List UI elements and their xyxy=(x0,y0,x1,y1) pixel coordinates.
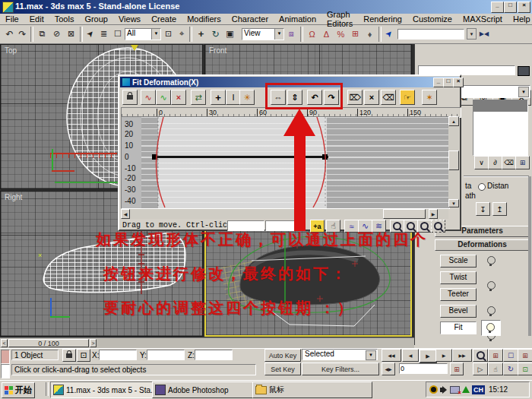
angle-snap-button[interactable]: Δ xyxy=(319,30,334,39)
go-to-start-button[interactable]: ◀◀ xyxy=(382,349,401,362)
delete-control-point-button[interactable]: ⌦ xyxy=(347,90,363,105)
unlink-selection-button[interactable]: ⊘ xyxy=(49,29,64,39)
time-slider-thumb[interactable]: 0 / 100 xyxy=(8,339,89,347)
panel-scrollbar[interactable] xyxy=(528,176,531,336)
fit-enable-lightbulb-icon[interactable] xyxy=(486,323,495,331)
taskbar-item-max[interactable]: 11.max - 3ds max 5 - Sta... xyxy=(50,382,155,398)
zoom-viewport-button[interactable] xyxy=(473,349,488,362)
viewport-top-label[interactable]: Top xyxy=(5,46,17,55)
prev-shape-button[interactable]: ↧ xyxy=(476,202,490,216)
delete-curve-button[interactable]: ⌫ xyxy=(381,90,396,105)
dialog-minimize-button[interactable]: _ xyxy=(433,78,444,87)
key-mode-toggle-button[interactable]: ◀▶ xyxy=(382,363,395,375)
select-by-name-button[interactable]: ≣ xyxy=(97,29,111,39)
scroll-up-icon[interactable]: ▲ xyxy=(448,116,459,126)
menu-create[interactable]: Create xyxy=(146,14,182,24)
make-symmetrical-button[interactable] xyxy=(122,90,138,105)
update-tray-icon[interactable] xyxy=(462,386,470,393)
twist-enable-lightbulb-icon[interactable] xyxy=(487,281,496,290)
x-coordinate-field[interactable] xyxy=(99,350,137,360)
media-tray-icon[interactable] xyxy=(429,385,438,394)
time-slider-track[interactable]: < 0 / 100 > xyxy=(0,337,414,348)
zoom-region-button[interactable] xyxy=(431,220,445,233)
spinner-snap-button[interactable]: ⊞ xyxy=(348,29,363,39)
menu-group[interactable]: Group xyxy=(79,14,113,24)
show-end-result-button[interactable]: ∂ xyxy=(488,156,502,169)
absolute-offset-toggle[interactable]: ⊡ xyxy=(77,349,90,362)
key-filters-button[interactable]: Key Filters... xyxy=(302,363,379,375)
abc-cursor-button[interactable]: ➤ xyxy=(382,26,397,42)
remove-modifier-button[interactable]: ⌫ xyxy=(502,156,516,169)
set-key-button[interactable]: Set Key xyxy=(264,363,301,375)
viewport-front-label[interactable]: Front xyxy=(209,46,226,55)
get-shape-button[interactable]: ☞ xyxy=(400,90,415,105)
stack-settings-button[interactable]: ⊞ xyxy=(515,156,530,169)
field-of-view-button[interactable]: ▷ xyxy=(473,363,488,375)
object-color-swatch[interactable] xyxy=(518,66,530,76)
arc-rotate-button[interactable]: ↻ xyxy=(503,363,518,375)
network-tray-icon[interactable]: × xyxy=(450,386,460,394)
scroll-left-icon[interactable]: ◀ xyxy=(121,209,130,219)
zoom-extents-all-button[interactable]: ⊞ xyxy=(518,349,532,362)
chevron-down-icon[interactable]: ▼ xyxy=(366,350,376,360)
menu-character[interactable]: Character xyxy=(226,14,274,24)
chevron-down-icon[interactable]: ▼ xyxy=(518,87,529,97)
auto-key-button[interactable]: Auto Key xyxy=(264,349,301,362)
scale-button[interactable]: ▣ xyxy=(223,29,237,39)
pin-stack-button[interactable]: ∨ xyxy=(474,156,489,169)
dialog-maximize-button[interactable]: □ xyxy=(443,78,454,87)
move-control-point-button[interactable]: + xyxy=(211,90,226,105)
named-selection-dropdown[interactable] xyxy=(397,29,464,40)
mirror-button[interactable]: ▶◀ xyxy=(477,30,492,37)
bind-to-spacewarp-button[interactable]: ⊠ xyxy=(64,29,78,39)
close-button[interactable]: × xyxy=(518,2,530,13)
menu-tools[interactable]: Tools xyxy=(49,14,80,24)
maximize-button[interactable]: □ xyxy=(504,2,517,13)
menu-help[interactable]: Help xyxy=(508,14,532,24)
time-configuration-button[interactable]: ⊞ xyxy=(450,363,464,375)
move-button[interactable]: + xyxy=(194,28,208,40)
chevron-down-icon[interactable]: ▼ xyxy=(274,29,283,40)
viewport-right-label[interactable]: Right xyxy=(5,193,22,201)
prev-frame-button[interactable]: < xyxy=(1,339,8,347)
key-mode-dropdown[interactable]: Selected ▼ xyxy=(302,349,378,360)
go-to-end-button[interactable]: ▶▶ xyxy=(452,349,472,362)
bevel-deform-button[interactable]: Bevel xyxy=(440,305,477,318)
chevron-down-icon[interactable]: ▼ xyxy=(151,29,160,40)
scale-control-point-button[interactable]: Ι xyxy=(226,90,241,105)
reset-curve-button[interactable]: × xyxy=(364,90,379,105)
undo-button[interactable]: ↶ xyxy=(3,29,16,40)
next-shape-button[interactable]: ↥ xyxy=(492,202,507,216)
minimize-button[interactable]: _ xyxy=(491,2,504,13)
coord-system-dropdown[interactable]: View▼ xyxy=(242,28,284,40)
display-x-axis-button[interactable]: ∿ xyxy=(141,90,156,105)
menu-edit[interactable]: Edit xyxy=(24,14,49,24)
twist-deform-button[interactable]: Twist xyxy=(440,271,477,284)
language-indicator[interactable]: CH xyxy=(472,385,485,394)
current-frame-field[interactable] xyxy=(399,363,448,374)
graph-vscrollbar[interactable]: ▲ ▼ xyxy=(448,116,459,207)
previous-frame-button[interactable]: ◀ xyxy=(402,349,419,362)
scroll-down-icon[interactable]: ▼ xyxy=(448,199,459,207)
distance-radio[interactable] xyxy=(478,183,486,191)
teeter-enable-lightbulb-icon[interactable] xyxy=(487,306,496,315)
display-y-axis-button[interactable]: ∿ xyxy=(156,90,171,105)
render-shortcut-button[interactable]: ♦ xyxy=(363,30,377,39)
modifier-stack-selected-row[interactable] xyxy=(473,100,527,112)
menu-animation[interactable]: Animation xyxy=(274,14,321,24)
menu-maxscript[interactable]: MAXScript xyxy=(458,14,508,24)
redo-button[interactable]: ↷ xyxy=(16,29,29,40)
next-frame-button[interactable]: > xyxy=(90,339,97,347)
selection-lock-button[interactable] xyxy=(62,349,76,362)
scale-enable-lightbulb-icon[interactable] xyxy=(487,256,496,264)
select-region-button[interactable]: ☐ xyxy=(111,29,125,39)
rotate-button[interactable]: ↻ xyxy=(208,29,223,40)
select-and-link-button[interactable]: ⧉ xyxy=(35,29,49,39)
next-frame-button2[interactable]: ▶ xyxy=(435,349,452,362)
modifier-stack-list[interactable] xyxy=(473,100,528,156)
pan-view-button[interactable]: ☝ xyxy=(488,363,503,375)
menu-modifiers[interactable]: Modifiers xyxy=(182,14,226,24)
insert-corner-point-button[interactable]: ✳ xyxy=(239,90,255,105)
percent-snap-button[interactable]: % xyxy=(334,30,348,39)
window-crossing-button[interactable]: ⊡ xyxy=(161,29,176,39)
